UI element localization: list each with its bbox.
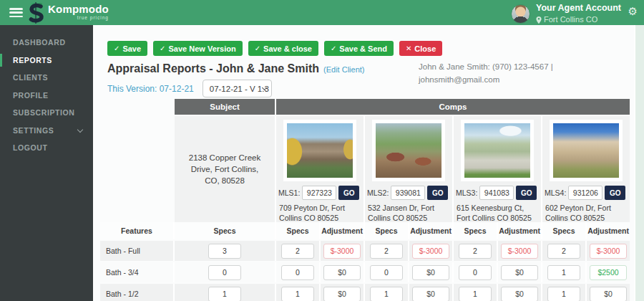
- mls-2-input[interactable]: [391, 186, 425, 200]
- save-and-close-button[interactable]: ✓Save & close: [248, 41, 318, 56]
- save-button[interactable]: ✓Save: [107, 41, 147, 56]
- comp-2-spec-input[interactable]: [370, 287, 403, 301]
- table-row: Bath - Full: [100, 241, 630, 261]
- comp-4-photo: [553, 123, 619, 178]
- avatar[interactable]: [511, 4, 530, 24]
- comp-1-adjustment-input[interactable]: [323, 244, 361, 259]
- client-email: johnsmith@gmail.com: [419, 74, 553, 87]
- brand-name: Kompmodo: [48, 3, 109, 15]
- comp-card-2: MLS2: GO 532 Jansen Dr, Fort Collins CO …: [365, 116, 452, 222]
- subject-spec-input[interactable]: [208, 265, 241, 280]
- comp-1-address: 709 Peyton Dr, Fort Collins CO 80525: [276, 200, 364, 224]
- go-button-4[interactable]: GO: [605, 186, 625, 200]
- sidebar-item-profile[interactable]: PROFILE: [0, 87, 93, 105]
- hamburger-menu-icon[interactable]: [9, 8, 23, 17]
- comp-photo-frame: [461, 120, 534, 181]
- sidebar-item-dashboard[interactable]: DASHBOARD: [0, 34, 93, 52]
- subject-column-header: Subject: [175, 99, 275, 115]
- account-location: Fort Collins CO: [544, 15, 597, 25]
- sidebar-item-logout[interactable]: LOGOUT: [0, 139, 93, 157]
- comp-2-adjustment-header: Adjustment: [409, 222, 452, 239]
- comp-card-3: MLS3: GO 615 Keenesburg Ct, Fort Collins…: [454, 116, 541, 222]
- sidebar-item-subscription[interactable]: SUBSCRIPTION: [0, 104, 93, 122]
- comp-2-address: 532 Jansen Dr, Fort Collins CO 80525: [365, 200, 452, 224]
- comp-2-spec-input[interactable]: [370, 244, 403, 259]
- comp-3-spec-input[interactable]: [459, 287, 492, 301]
- account-menu[interactable]: Your Agent Account Fort Collins CO: [511, 3, 621, 24]
- comp-3-spec-input[interactable]: [459, 244, 492, 259]
- table-row: Bath - 1/2: [100, 284, 630, 301]
- comp-1-spec-input[interactable]: [281, 287, 314, 301]
- table-row: Bath - 3/4: [100, 262, 630, 282]
- comp-3-photo: [464, 123, 530, 178]
- comp-4-adjustment-input[interactable]: [590, 287, 627, 301]
- comp-3-adjustment-input[interactable]: [501, 265, 538, 280]
- features-table: Features Specs Specs Adjustment Specs Ad…: [100, 222, 630, 301]
- close-button[interactable]: ✕Close: [399, 41, 442, 56]
- subject-address: 2138 Copper Creek Drive, Fort Collins, C…: [175, 116, 275, 222]
- save-new-version-button[interactable]: ✓Save New Version: [153, 41, 243, 56]
- comp-4-adjustment-input[interactable]: [590, 244, 627, 259]
- go-button-3[interactable]: GO: [516, 186, 537, 200]
- comp-1-adjustment-input[interactable]: [323, 265, 361, 280]
- save-and-send-button[interactable]: ✓Save & Send: [324, 41, 394, 56]
- action-toolbar: ✓Save ✓Save New Version ✓Save & close ✓S…: [107, 41, 442, 56]
- features-header: Features: [100, 222, 173, 239]
- comp-4-address: 602 Peyton Dr, Fort Collins CO 80525: [542, 200, 630, 224]
- brand-logo[interactable]: Kompmodo true pricing: [27, 1, 109, 24]
- comp-2-adjustment-input[interactable]: [412, 287, 449, 301]
- comp-3-spec-input[interactable]: [459, 265, 492, 280]
- check-icon: ✓: [114, 44, 119, 52]
- comp-4-spec-input[interactable]: [547, 265, 580, 280]
- comp-3-adjustment-input[interactable]: [501, 244, 538, 259]
- mls-4-input[interactable]: [568, 186, 602, 200]
- comp-2-spec-input[interactable]: [370, 265, 403, 280]
- go-button-1[interactable]: GO: [338, 186, 359, 200]
- go-button-2[interactable]: GO: [427, 186, 448, 200]
- comp-4-spec-input[interactable]: [547, 287, 580, 301]
- comp-1-spec-input[interactable]: [281, 265, 314, 280]
- mls-1-input[interactable]: [302, 186, 336, 200]
- comp-2-adjustment-input[interactable]: [412, 244, 449, 259]
- comp-1-adjustment-input[interactable]: [323, 287, 361, 301]
- check-icon: ✓: [160, 44, 165, 52]
- subject-specs-header: Specs: [175, 222, 275, 239]
- check-icon: ✓: [255, 44, 260, 52]
- comp-photo-frame: [283, 120, 356, 181]
- check-icon: ✓: [331, 44, 336, 52]
- comp-photo-frame: [550, 120, 623, 181]
- comp-3-address: 615 Keenesburg Ct, Fort Collins CO 80525: [454, 200, 541, 224]
- comp-4-adjustment-input[interactable]: [590, 265, 627, 280]
- comp-photo-frame: [372, 120, 445, 181]
- client-phone: John & Jane Smith: (970) 123-4567 |: [419, 61, 553, 74]
- sidebar-item-reports[interactable]: REPORTS: [0, 52, 93, 70]
- comps-table: Subject Comps 2138 Copper Creek Drive, F…: [175, 99, 630, 222]
- version-select[interactable]: 07-12-21 - V 1.3: [203, 80, 272, 97]
- sidebar-nav: DASHBOARD REPORTS CLIENTS PROFILE SUBSCR…: [0, 25, 93, 301]
- sidebar-item-settings[interactable]: SETTINGS: [0, 122, 93, 140]
- comp-1-spec-input[interactable]: [281, 244, 314, 259]
- feature-label: Bath - 3/4: [100, 262, 173, 282]
- mls-3-input[interactable]: [479, 186, 514, 200]
- comp-2-adjustment-input[interactable]: [412, 265, 449, 280]
- feature-label: Bath - Full: [100, 241, 173, 261]
- mls-4-label: MLS4:: [545, 188, 566, 197]
- feature-label: Bath - 1/2: [100, 284, 173, 301]
- gear-icon[interactable]: ⚙: [628, 6, 638, 16]
- brand-tagline: true pricing: [48, 16, 109, 21]
- app-window: Kompmodo true pricing Your Agent Account…: [0, 0, 644, 301]
- comp-card-1: MLS1: GO 709 Peyton Dr, Fort Collins CO …: [276, 116, 364, 222]
- comp-3-adjustment-input[interactable]: [501, 287, 538, 301]
- comp-3-adjustment-header: Adjustment: [498, 222, 541, 239]
- edit-client-link[interactable]: (Edit Client): [323, 65, 364, 74]
- subject-spec-input[interactable]: [208, 287, 241, 301]
- comp-4-specs-header: Specs: [542, 222, 585, 239]
- comp-card-4: MLS4: GO 602 Peyton Dr, Fort Collins CO …: [542, 116, 630, 222]
- sidebar-item-clients[interactable]: CLIENTS: [0, 69, 93, 87]
- comp-1-specs-header: Specs: [276, 222, 319, 239]
- comp-4-adjustment-header: Adjustment: [587, 222, 630, 239]
- comp-1-photo: [287, 123, 353, 178]
- comp-4-spec-input[interactable]: [547, 244, 580, 259]
- page-edge-strip: [634, 25, 644, 301]
- subject-spec-input[interactable]: [208, 244, 241, 259]
